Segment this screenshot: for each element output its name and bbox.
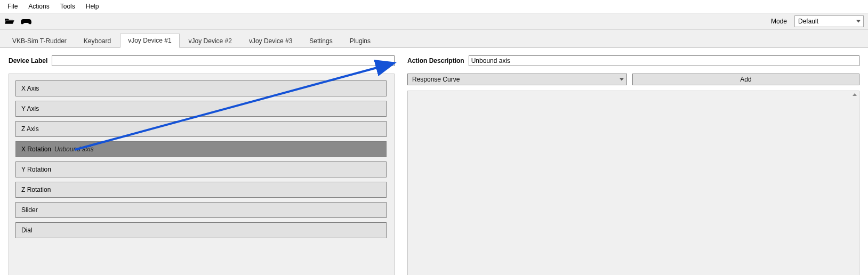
left-column: Device Label X Axis Y Axis Z Axis X Rota… (9, 55, 395, 275)
menu-tools[interactable]: Tools (55, 1, 81, 12)
axis-name: Slider (21, 206, 38, 214)
axis-item-y-axis[interactable]: Y Axis (15, 101, 387, 117)
axis-list-panel: X Axis Y Axis Z Axis X Rotation Unbound … (9, 74, 395, 275)
axis-name: Dial (21, 227, 33, 234)
device-label-text: Device Label (9, 57, 47, 64)
add-button[interactable]: Add (632, 74, 859, 85)
device-label-input[interactable] (52, 55, 395, 66)
axis-name: Z Rotation (21, 186, 51, 193)
axis-item-x-axis[interactable]: X Axis (15, 80, 387, 96)
scroll-up-icon[interactable] (853, 93, 857, 96)
device-tabs: VKB-Sim T-Rudder Keyboard vJoy Device #1… (0, 30, 868, 48)
tab-plugins[interactable]: Plugins (342, 34, 379, 48)
menu-help[interactable]: Help (81, 1, 105, 12)
axis-name: X Axis (21, 85, 39, 92)
axis-item-x-rotation[interactable]: X Rotation Unbound axis (15, 141, 387, 157)
action-type-select[interactable]: Response Curve (407, 74, 627, 85)
tab-vjoy-device-1[interactable]: vJoy Device #1 (120, 34, 179, 48)
axis-name: Y Rotation (21, 166, 51, 173)
action-description-input[interactable] (469, 55, 859, 66)
axis-name: Z Axis (21, 125, 39, 133)
mode-select[interactable]: Default (794, 15, 864, 27)
content-area: Device Label X Axis Y Axis Z Axis X Rota… (0, 48, 868, 275)
gamepad-icon[interactable] (20, 17, 32, 26)
tab-vjoy-device-2[interactable]: vJoy Device #2 (181, 34, 240, 48)
tab-settings[interactable]: Settings (301, 34, 340, 48)
menu-file[interactable]: File (2, 1, 23, 12)
menu-actions[interactable]: Actions (23, 1, 54, 12)
axis-item-z-axis[interactable]: Z Axis (15, 121, 387, 137)
tab-vkb-sim-t-rudder[interactable]: VKB-Sim T-Rudder (4, 34, 75, 48)
axis-item-y-rotation[interactable]: Y Rotation (15, 161, 387, 177)
axis-sub-label: Unbound axis (54, 145, 93, 153)
toolbar: Mode Default (0, 13, 868, 30)
right-column: Action Description Response Curve Add (407, 55, 859, 275)
tab-keyboard[interactable]: Keyboard (76, 34, 119, 48)
axis-item-dial[interactable]: Dial (15, 222, 387, 238)
axis-name: Y Axis (21, 105, 39, 112)
action-description-label: Action Description (407, 57, 464, 64)
axis-item-z-rotation[interactable]: Z Rotation (15, 182, 387, 198)
menu-bar: File Actions Tools Help (0, 0, 868, 13)
axis-item-slider[interactable]: Slider (15, 202, 387, 218)
open-folder-icon[interactable] (4, 17, 15, 26)
mode-label: Mode (771, 18, 789, 25)
tab-vjoy-device-3[interactable]: vJoy Device #3 (241, 34, 300, 48)
axis-name: X Rotation (21, 145, 51, 153)
action-config-panel (407, 91, 859, 275)
